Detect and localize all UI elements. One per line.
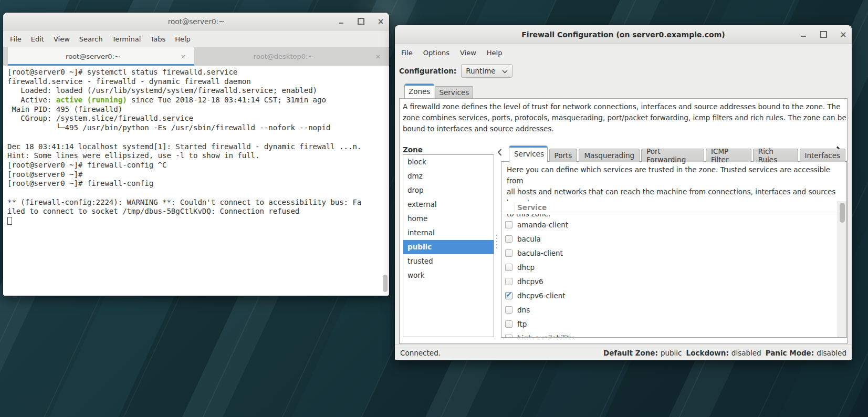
- service-list: amanda-clientbaculabacula-clientdhcpdhcp…: [501, 214, 838, 337]
- terminal-tab-desktop0[interactable]: root@desktop0:~ ×: [194, 47, 389, 66]
- zone-item-trusted[interactable]: trusted: [403, 254, 494, 268]
- zone-item-drop[interactable]: drop: [403, 183, 494, 197]
- zone-tab-ports[interactable]: Ports: [549, 149, 578, 162]
- configuration-dropdown[interactable]: Runtime: [461, 64, 513, 78]
- service-row-dhcpv6-client[interactable]: dhcpv6-client: [501, 288, 838, 303]
- pane-splitter-handle[interactable]: [496, 235, 498, 248]
- zone-tab-port-forwarding[interactable]: Port Forwarding: [641, 149, 704, 162]
- zone-tab-icmp-filter[interactable]: ICMP Filter: [706, 149, 751, 162]
- terminal-menu-tabs[interactable]: Tabs: [145, 35, 170, 43]
- service-row-high-availability[interactable]: high-availability: [501, 331, 838, 337]
- service-row-bacula[interactable]: bacula: [501, 232, 838, 246]
- service-checkbox[interactable]: [505, 235, 513, 243]
- tab-close-icon[interactable]: ×: [178, 53, 189, 60]
- firewall-window-title: Firewall Configuration (on server0.examp…: [521, 30, 725, 39]
- tab-services[interactable]: Services: [435, 86, 473, 98]
- terminal-menu-help[interactable]: Help: [170, 35, 195, 43]
- zone-item-work[interactable]: work: [403, 268, 494, 283]
- terminal-window-title: root@server0:~: [168, 17, 225, 26]
- service-checkbox[interactable]: [505, 249, 513, 257]
- tab-close-icon[interactable]: ×: [373, 53, 383, 60]
- terminal-menu-file[interactable]: File: [5, 35, 26, 43]
- terminal-line: [root@server0 ~]# firewall-config ^C: [7, 161, 389, 170]
- status-value: disabled: [731, 349, 761, 357]
- scrollbar-thumb[interactable]: [840, 203, 845, 223]
- zone-item-public[interactable]: public: [403, 240, 494, 254]
- zone-tab-interfaces[interactable]: Interfaces: [800, 149, 845, 162]
- service-row-bacula-client[interactable]: bacula-client: [501, 246, 838, 260]
- chevron-down-icon: [502, 67, 508, 75]
- terminal-line: [7, 189, 389, 198]
- zone-list: blockdmzdropexternalhomeinternalpublictr…: [403, 154, 494, 337]
- status-label: Panic Mode:: [766, 349, 814, 357]
- terminal-titlebar[interactable]: root@server0:~ ×: [3, 13, 389, 30]
- zone-description: A firewalld zone defines the level of tr…: [403, 101, 846, 134]
- terminal-output[interactable]: [root@server0 ~]# systemctl status firew…: [3, 66, 389, 296]
- zone-item-external[interactable]: external: [403, 197, 494, 212]
- tab-zones[interactable]: Zones: [404, 84, 434, 98]
- terminal-menu-view[interactable]: View: [49, 35, 75, 43]
- terminal-window-controls: ×: [337, 13, 385, 30]
- terminal-line: [root@server0 ~]#: [7, 170, 389, 180]
- service-checkbox[interactable]: [505, 264, 513, 271]
- service-name: bacula-client: [517, 249, 563, 257]
- terminal-menu-search[interactable]: Search: [75, 35, 108, 43]
- minimize-icon[interactable]: [799, 30, 808, 39]
- service-name: ftp: [517, 320, 527, 328]
- zone-item-block[interactable]: block: [403, 155, 494, 169]
- close-icon[interactable]: ×: [377, 17, 385, 26]
- service-checkbox[interactable]: [505, 278, 513, 285]
- service-row-dhcpv6[interactable]: dhcpv6: [501, 274, 838, 288]
- zone-item-dmz[interactable]: dmz: [403, 169, 494, 183]
- firewall-menu-view[interactable]: View: [455, 49, 482, 57]
- service-row-amanda-client[interactable]: amanda-client: [501, 217, 838, 232]
- terminal-line: [7, 133, 389, 142]
- terminal-line: [root@server0 ~]# firewall-config: [7, 179, 389, 189]
- configuration-row: Configuration: Runtime: [399, 64, 513, 78]
- service-checkbox[interactable]: [505, 221, 513, 228]
- terminal-menu-terminal[interactable]: Terminal: [107, 35, 145, 43]
- status-label: Default Zone:: [603, 349, 658, 357]
- service-name: high-availability: [517, 334, 574, 338]
- terminal-tab-server0[interactable]: root@server0:~ ×: [8, 47, 194, 66]
- maximize-icon[interactable]: [819, 30, 828, 39]
- terminal-cursor-line: [7, 216, 389, 226]
- zone-tab-services[interactable]: Services: [509, 145, 548, 162]
- service-row-dhcp[interactable]: dhcp: [501, 260, 838, 274]
- terminal-line: Active: active (running) since Tue 2018-…: [7, 96, 389, 105]
- zone-settings-tabs: ServicesPortsMasqueradingPort Forwarding…: [509, 145, 847, 162]
- zone-description-line: A firewalld zone defines the level of tr…: [403, 101, 846, 112]
- service-row-ftp[interactable]: ftp: [501, 317, 838, 331]
- zone-tab-rich-rules[interactable]: Rich Rules: [753, 149, 798, 162]
- status-value: public: [661, 349, 682, 357]
- zone-tab-masquerading[interactable]: Masquerading: [579, 149, 640, 162]
- firewall-menu-file[interactable]: File: [396, 49, 418, 57]
- terminal-menu-edit[interactable]: Edit: [26, 35, 49, 43]
- status-label: Lockdown:: [686, 349, 729, 357]
- service-checkbox[interactable]: [505, 335, 513, 338]
- close-icon[interactable]: ×: [839, 30, 848, 39]
- service-checkbox[interactable]: [505, 320, 513, 328]
- service-row-dns[interactable]: dns: [501, 303, 838, 317]
- firewall-menu-options[interactable]: Options: [418, 49, 455, 57]
- terminal-line: [root@server0 ~]# systemctl status firew…: [7, 68, 389, 77]
- zone-item-home[interactable]: home: [403, 212, 494, 226]
- terminal-menubar: FileEditViewSearchTerminalTabsHelp: [3, 30, 389, 47]
- service-list-scrollbar[interactable]: [838, 201, 846, 337]
- terminal-line: Hint: Some lines were ellipsized, use -l…: [7, 151, 389, 161]
- terminal-line: CGroup: /system.slice/firewalld.service: [7, 114, 389, 123]
- service-checkbox[interactable]: [505, 292, 513, 299]
- terminal-cursor: [7, 217, 12, 225]
- configuration-label: Configuration:: [399, 67, 456, 75]
- terminal-line: Main PID: 495 (firewalld): [7, 105, 389, 114]
- firewall-menu-help[interactable]: Help: [482, 49, 508, 57]
- minimize-icon[interactable]: [337, 17, 345, 26]
- service-checkbox[interactable]: [505, 306, 513, 314]
- tab-scroll-left-button[interactable]: [497, 149, 502, 156]
- firewall-titlebar[interactable]: Firewall Configuration (on server0.examp…: [395, 25, 852, 44]
- terminal-scrollbar-thumb[interactable]: [383, 275, 388, 292]
- zone-item-internal[interactable]: internal: [403, 226, 494, 240]
- service-name: bacula: [517, 235, 541, 243]
- service-table-header[interactable]: Service: [501, 201, 838, 214]
- maximize-icon[interactable]: [357, 17, 365, 26]
